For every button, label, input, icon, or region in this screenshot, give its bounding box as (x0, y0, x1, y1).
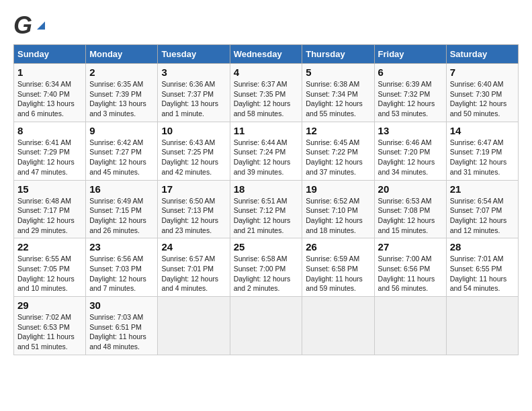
day-info: Sunrise: 6:35 AM Sunset: 7:39 PM Dayligh… (89, 79, 154, 119)
calendar-cell: 30Sunrise: 7:03 AM Sunset: 6:51 PM Dayli… (86, 297, 158, 355)
calendar-cell: 21Sunrise: 6:54 AM Sunset: 7:07 PM Dayli… (446, 180, 518, 238)
day-of-week-header: Tuesday (158, 45, 230, 64)
logo-triangle-icon (36, 20, 46, 31)
day-info: Sunrise: 6:43 AM Sunset: 7:25 PM Dayligh… (161, 138, 226, 177)
day-number: 8 (17, 125, 82, 136)
day-info: Sunrise: 6:48 AM Sunset: 7:17 PM Dayligh… (17, 196, 82, 236)
calendar-cell: 12Sunrise: 6:45 AM Sunset: 7:22 PM Dayli… (302, 122, 374, 180)
calendar-cell: 28Sunrise: 7:01 AM Sunset: 6:55 PM Dayli… (446, 238, 518, 297)
logo: G (13, 13, 46, 38)
calendar-week-row: 15Sunrise: 6:48 AM Sunset: 7:17 PM Dayli… (14, 180, 519, 238)
day-number: 18 (234, 183, 299, 195)
calendar-cell: 29Sunrise: 7:02 AM Sunset: 6:53 PM Dayli… (14, 297, 86, 355)
day-info: Sunrise: 6:45 AM Sunset: 7:22 PM Dayligh… (306, 138, 370, 177)
day-number: 19 (306, 183, 370, 195)
day-info: Sunrise: 6:39 AM Sunset: 7:32 PM Dayligh… (378, 79, 443, 119)
day-info: Sunrise: 6:54 AM Sunset: 7:07 PM Dayligh… (450, 196, 515, 236)
day-number: 13 (378, 125, 443, 136)
calendar-cell: 15Sunrise: 6:48 AM Sunset: 7:17 PM Dayli… (14, 180, 86, 238)
logo-g-letter: G (13, 13, 32, 38)
calendar-cell: 14Sunrise: 6:47 AM Sunset: 7:19 PM Dayli… (446, 122, 518, 180)
calendar-cell: 18Sunrise: 6:51 AM Sunset: 7:12 PM Dayli… (230, 180, 302, 238)
day-of-week-header: Thursday (302, 45, 374, 64)
day-number: 10 (161, 125, 226, 136)
day-number: 17 (161, 183, 226, 195)
calendar-cell: 1Sunrise: 6:34 AM Sunset: 7:40 PM Daylig… (14, 64, 86, 122)
day-number: 1 (17, 66, 82, 78)
day-info: Sunrise: 6:47 AM Sunset: 7:19 PM Dayligh… (450, 138, 515, 177)
calendar-cell: 13Sunrise: 6:46 AM Sunset: 7:20 PM Dayli… (374, 122, 446, 180)
day-info: Sunrise: 6:40 AM Sunset: 7:30 PM Dayligh… (450, 79, 515, 119)
calendar-cell: 6Sunrise: 6:39 AM Sunset: 7:32 PM Daylig… (374, 64, 446, 122)
day-info: Sunrise: 6:55 AM Sunset: 7:05 PM Dayligh… (17, 254, 82, 293)
day-info: Sunrise: 6:34 AM Sunset: 7:40 PM Dayligh… (17, 79, 82, 119)
calendar-cell (374, 297, 446, 355)
calendar-cell: 11Sunrise: 6:44 AM Sunset: 7:24 PM Dayli… (230, 122, 302, 180)
day-info: Sunrise: 7:02 AM Sunset: 6:53 PM Dayligh… (17, 312, 82, 352)
day-number: 5 (306, 66, 370, 78)
calendar-cell (302, 297, 374, 355)
calendar-cell: 4Sunrise: 6:37 AM Sunset: 7:35 PM Daylig… (230, 64, 302, 122)
day-info: Sunrise: 6:58 AM Sunset: 7:00 PM Dayligh… (234, 254, 299, 293)
day-of-week-header: Monday (86, 45, 158, 64)
day-info: Sunrise: 7:00 AM Sunset: 6:56 PM Dayligh… (378, 254, 443, 293)
day-number: 23 (89, 241, 154, 253)
day-number: 7 (450, 66, 515, 78)
svg-marker-0 (37, 21, 45, 30)
day-number: 16 (89, 183, 154, 195)
calendar-cell (158, 297, 230, 355)
day-info: Sunrise: 6:50 AM Sunset: 7:13 PM Dayligh… (161, 196, 226, 236)
day-number: 25 (234, 241, 299, 253)
day-info: Sunrise: 6:37 AM Sunset: 7:35 PM Dayligh… (234, 79, 299, 119)
calendar-cell (230, 297, 302, 355)
calendar-cell: 23Sunrise: 6:56 AM Sunset: 7:03 PM Dayli… (86, 238, 158, 297)
calendar-cell: 19Sunrise: 6:52 AM Sunset: 7:10 PM Dayli… (302, 180, 374, 238)
day-info: Sunrise: 7:03 AM Sunset: 6:51 PM Dayligh… (89, 312, 154, 352)
calendar-week-row: 1Sunrise: 6:34 AM Sunset: 7:40 PM Daylig… (14, 64, 519, 122)
calendar-cell (446, 297, 518, 355)
day-number: 11 (234, 125, 299, 136)
calendar-cell: 8Sunrise: 6:41 AM Sunset: 7:29 PM Daylig… (14, 122, 86, 180)
calendar-cell: 20Sunrise: 6:53 AM Sunset: 7:08 PM Dayli… (374, 180, 446, 238)
day-info: Sunrise: 6:59 AM Sunset: 6:58 PM Dayligh… (306, 254, 370, 293)
day-of-week-header: Friday (374, 45, 446, 64)
calendar-week-row: 29Sunrise: 7:02 AM Sunset: 6:53 PM Dayli… (14, 297, 519, 355)
day-number: 3 (161, 66, 226, 78)
calendar-cell: 17Sunrise: 6:50 AM Sunset: 7:13 PM Dayli… (158, 180, 230, 238)
day-info: Sunrise: 6:44 AM Sunset: 7:24 PM Dayligh… (234, 138, 299, 177)
day-number: 14 (450, 125, 515, 136)
day-number: 24 (161, 241, 226, 253)
day-info: Sunrise: 6:41 AM Sunset: 7:29 PM Dayligh… (17, 138, 82, 177)
day-info: Sunrise: 6:56 AM Sunset: 7:03 PM Dayligh… (89, 254, 154, 293)
day-number: 6 (378, 66, 443, 78)
day-number: 28 (450, 241, 515, 253)
day-number: 27 (378, 241, 443, 253)
day-number: 26 (306, 241, 370, 253)
day-info: Sunrise: 6:46 AM Sunset: 7:20 PM Dayligh… (378, 138, 443, 177)
calendar-cell: 2Sunrise: 6:35 AM Sunset: 7:39 PM Daylig… (86, 64, 158, 122)
calendar-cell: 26Sunrise: 6:59 AM Sunset: 6:58 PM Dayli… (302, 238, 374, 297)
day-number: 4 (234, 66, 299, 78)
day-info: Sunrise: 6:36 AM Sunset: 7:37 PM Dayligh… (161, 79, 226, 119)
calendar-week-row: 8Sunrise: 6:41 AM Sunset: 7:29 PM Daylig… (14, 122, 519, 180)
calendar-cell: 10Sunrise: 6:43 AM Sunset: 7:25 PM Dayli… (158, 122, 230, 180)
logo-right-section (35, 20, 46, 31)
day-info: Sunrise: 6:52 AM Sunset: 7:10 PM Dayligh… (306, 196, 370, 236)
day-info: Sunrise: 6:38 AM Sunset: 7:34 PM Dayligh… (306, 79, 370, 119)
calendar-cell: 16Sunrise: 6:49 AM Sunset: 7:15 PM Dayli… (86, 180, 158, 238)
calendar-cell: 25Sunrise: 6:58 AM Sunset: 7:00 PM Dayli… (230, 238, 302, 297)
day-number: 29 (17, 300, 82, 311)
calendar-cell: 27Sunrise: 7:00 AM Sunset: 6:56 PM Dayli… (374, 238, 446, 297)
day-info: Sunrise: 6:57 AM Sunset: 7:01 PM Dayligh… (161, 254, 226, 293)
day-number: 30 (89, 300, 154, 311)
calendar-cell: 7Sunrise: 6:40 AM Sunset: 7:30 PM Daylig… (446, 64, 518, 122)
day-number: 15 (17, 183, 82, 195)
day-of-week-header: Wednesday (230, 45, 302, 64)
day-number: 22 (17, 241, 82, 253)
day-info: Sunrise: 6:53 AM Sunset: 7:08 PM Dayligh… (378, 196, 443, 236)
day-number: 20 (378, 183, 443, 195)
page-header: G (13, 13, 519, 38)
calendar-cell: 9Sunrise: 6:42 AM Sunset: 7:27 PM Daylig… (86, 122, 158, 180)
day-number: 2 (89, 66, 154, 78)
calendar-cell: 22Sunrise: 6:55 AM Sunset: 7:05 PM Dayli… (14, 238, 86, 297)
